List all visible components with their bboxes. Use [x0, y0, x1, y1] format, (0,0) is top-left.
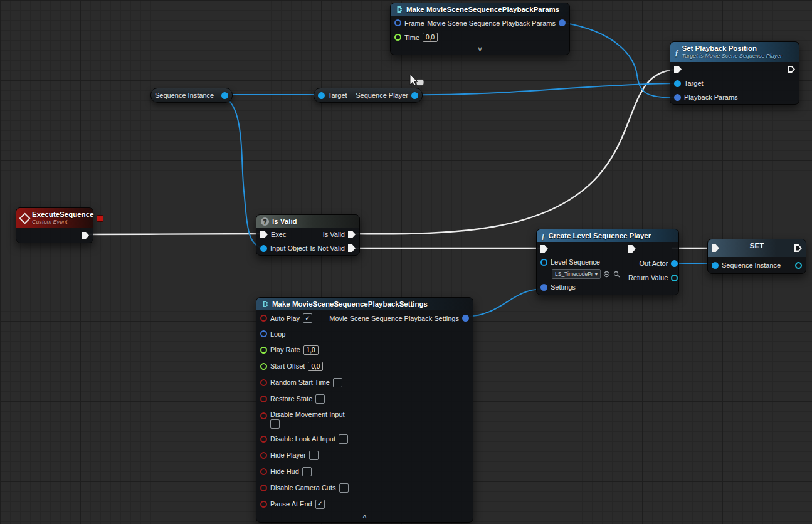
- make-struct-icon: [261, 300, 269, 308]
- disable-look-at-input-label: Disable Look At Input: [270, 435, 335, 443]
- exec-out-pin[interactable]: [628, 245, 636, 253]
- expand-chevron-icon[interactable]: ˅: [391, 45, 569, 55]
- function-icon: ƒ: [541, 232, 546, 240]
- play-rate-pin[interactable]: [260, 347, 267, 354]
- wire-settings-to-create[interactable]: [465, 289, 543, 317]
- exec-in-pin[interactable]: [540, 245, 548, 253]
- settings-pin-label: Settings: [551, 283, 576, 291]
- disable-camera-cuts-pin[interactable]: [260, 485, 267, 491]
- question-mark-icon: ?: [261, 217, 269, 226]
- start-offset-pin[interactable]: [260, 363, 267, 370]
- node-is-valid[interactable]: ? Is Valid Exec Is Valid Input Object Is…: [256, 214, 360, 256]
- sequence-instance-in-pin[interactable]: [712, 262, 719, 269]
- node-title: Make MovieSceneSequencePlaybackParams: [406, 6, 559, 13]
- sequence-instance-out-pin[interactable]: [221, 92, 228, 99]
- auto-play-pin[interactable]: [260, 315, 267, 322]
- hide-player-checkbox[interactable]: [309, 451, 319, 460]
- is-valid-pin-label: Is Valid: [323, 231, 345, 238]
- wire-exec-event-to-isvalid[interactable]: [85, 234, 263, 234]
- is-not-valid-exec-out-pin[interactable]: [348, 244, 356, 252]
- sequence-player-out-pin[interactable]: [411, 92, 418, 99]
- return-value-pin-label: Return Value: [628, 274, 668, 281]
- playback-params-pin-label: Playback Params: [684, 93, 738, 101]
- time-pin-label: Time: [404, 34, 419, 41]
- asset-picker-value: LS_TimecodePr: [555, 271, 593, 277]
- params-out-pin[interactable]: [559, 19, 566, 26]
- disable-movement-input-checkbox[interactable]: [270, 419, 280, 429]
- exec-in-pin[interactable]: [260, 231, 268, 238]
- random-start-time-pin[interactable]: [260, 379, 267, 386]
- node-header[interactable]: ƒ Create Level Sequence Player: [537, 229, 678, 242]
- delegate-pin[interactable]: [97, 215, 103, 222]
- node-make-playback-params[interactable]: Make MovieSceneSequencePlaybackParams Fr…: [390, 3, 570, 55]
- dropdown-arrow-icon: ▾: [595, 271, 598, 277]
- browse-asset-magnifier-icon[interactable]: [613, 270, 621, 278]
- node-title: Create Level Sequence Player: [549, 232, 651, 239]
- collapse-chevron-icon[interactable]: ˄: [256, 512, 473, 522]
- hide-player-pin[interactable]: [260, 452, 267, 459]
- loop-pin[interactable]: [260, 330, 267, 337]
- node-create-level-sequence-player[interactable]: ƒ Create Level Sequence Player Level Seq…: [536, 229, 679, 295]
- target-pin[interactable]: [674, 80, 681, 87]
- blueprint-graph-canvas[interactable]: Make MovieSceneSequencePlaybackParams Fr…: [0, 0, 812, 524]
- disable-movement-input-pin[interactable]: [260, 412, 267, 419]
- node-set-playback-position[interactable]: ƒ Set Playback Position Target is Movie …: [670, 41, 799, 105]
- node-header[interactable]: Make MovieSceneSequencePlaybackParams: [391, 3, 569, 16]
- node-get-sequence-player[interactable]: Target Sequence Player: [314, 88, 423, 103]
- playback-params-pin[interactable]: [674, 94, 681, 101]
- auto-play-checkbox[interactable]: ✓: [303, 313, 312, 323]
- hide-player-label: Hide Player: [270, 451, 306, 459]
- disable-look-at-input-checkbox[interactable]: [339, 434, 348, 444]
- settings-out-pin[interactable]: [462, 315, 469, 322]
- disable-camera-cuts-checkbox[interactable]: [339, 483, 349, 493]
- hide-hud-checkbox[interactable]: [302, 467, 312, 476]
- start-offset-label: Start Offset: [270, 362, 305, 370]
- time-pin[interactable]: [394, 34, 401, 41]
- restore-state-checkbox[interactable]: [315, 394, 325, 404]
- wire-sequenceplayer-to-target[interactable]: [408, 83, 676, 95]
- random-start-time-checkbox[interactable]: [333, 378, 342, 387]
- asset-picker-dropdown[interactable]: LS_TimecodePr ▾: [552, 269, 601, 279]
- disable-look-at-input-pin[interactable]: [260, 436, 267, 443]
- node-header[interactable]: Make MovieSceneSequencePlaybackSettings: [256, 298, 473, 310]
- sequence-instance-out-pin[interactable]: [795, 262, 802, 269]
- wire-params-to-playbackparams[interactable]: [562, 23, 676, 98]
- target-pin-label: Target: [684, 80, 704, 87]
- input-object-pin[interactable]: [260, 245, 267, 252]
- function-icon: ƒ: [675, 48, 679, 56]
- node-make-playback-settings[interactable]: Make MovieSceneSequencePlaybackSettings …: [256, 297, 473, 523]
- start-offset-input[interactable]: 0,0: [308, 362, 323, 371]
- hide-hud-pin[interactable]: [260, 468, 267, 475]
- variable-label: Sequence Instance: [155, 92, 214, 99]
- node-get-sequence-instance[interactable]: Sequence Instance: [150, 88, 233, 103]
- exec-in-pin[interactable]: [674, 66, 682, 73]
- node-header[interactable]: ExecuteSequence Custom Event: [16, 208, 93, 228]
- node-set-sequence-instance[interactable]: SET Sequence Instance: [707, 239, 806, 274]
- node-title: ExecuteSequence: [32, 211, 93, 218]
- node-title: Make MovieSceneSequencePlaybackSettings: [272, 300, 428, 308]
- frame-pin[interactable]: [394, 19, 401, 26]
- exec-out-pin[interactable]: [82, 232, 89, 239]
- level-sequence-pin[interactable]: [540, 259, 547, 266]
- restore-state-label: Restore State: [270, 395, 312, 402]
- exec-out-pin[interactable]: [788, 66, 795, 73]
- node-header[interactable]: ƒ Set Playback Position Target is Movie …: [670, 42, 799, 62]
- pause-at-end-checkbox[interactable]: ✓: [315, 500, 325, 509]
- play-rate-label: Play Rate: [270, 346, 300, 354]
- play-rate-input[interactable]: 1,0: [303, 345, 319, 355]
- pause-at-end-pin[interactable]: [260, 501, 267, 508]
- node-header[interactable]: SET: [708, 239, 806, 257]
- node-execute-sequence-event[interactable]: ExecuteSequence Custom Event: [16, 207, 93, 243]
- is-valid-exec-out-pin[interactable]: [348, 231, 356, 238]
- restore-state-pin[interactable]: [260, 396, 267, 402]
- out-actor-pin-label: Out Actor: [639, 259, 668, 267]
- time-value-input[interactable]: 0,0: [423, 33, 438, 42]
- node-header[interactable]: ? Is Valid: [256, 215, 359, 228]
- mouse-cursor: [409, 74, 426, 90]
- settings-pin[interactable]: [540, 284, 547, 291]
- out-actor-pin[interactable]: [671, 260, 678, 267]
- use-selected-asset-icon[interactable]: [603, 270, 611, 278]
- return-value-pin[interactable]: [671, 275, 678, 281]
- target-in-pin[interactable]: [318, 92, 325, 99]
- node-title: Is Valid: [272, 217, 297, 225]
